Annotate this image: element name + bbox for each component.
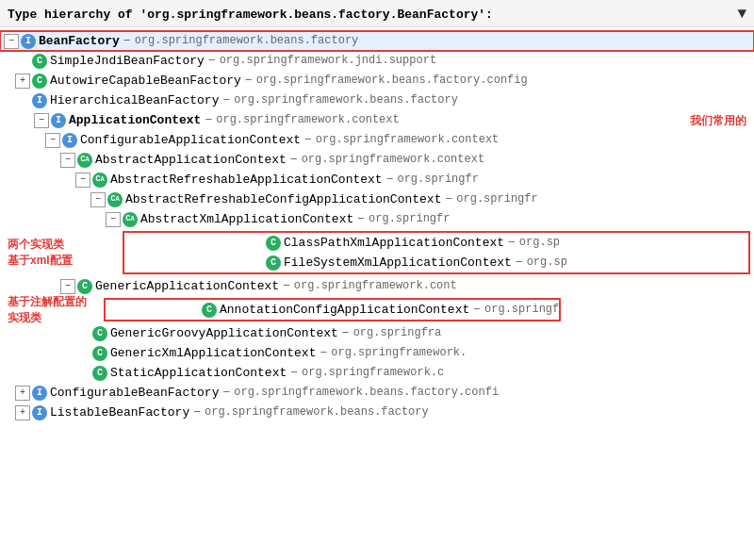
icon-abstract-refreshable-config: CA xyxy=(107,192,123,207)
annotation-annotation-impl: 基于注解配置的实现类 xyxy=(8,294,87,326)
expand-autowire[interactable]: + xyxy=(15,74,30,89)
tree-row-appcontext-wrapper: − I ApplicationContext − org.springframe… xyxy=(0,110,754,130)
expand-abstract-xml[interactable]: − xyxy=(106,212,121,227)
annotation-common-use: 我们常用的 xyxy=(690,112,746,128)
icon-generic-groovy: C xyxy=(92,326,107,341)
classname-bean-factory: BeanFactory xyxy=(39,32,120,50)
package-hierarchical: org.springframework.beans.factory xyxy=(234,91,458,109)
package-configurable-app: org.springframework.context xyxy=(316,131,499,149)
classname-abstract-refreshable-config: AbstractRefreshableConfigApplicationCont… xyxy=(125,190,441,208)
annotation-two-impl: 两个实现类基于xml配置 xyxy=(8,237,73,269)
icon-static-app: C xyxy=(92,366,107,381)
tree-row-bean-factory: − I BeanFactory − org.springframework.be… xyxy=(0,31,754,51)
classname-abstract-xml: AbstractXmlApplicationContext xyxy=(140,210,353,228)
tree-row-abstract-xml: − CA AbstractXmlApplicationContext − org… xyxy=(0,209,754,229)
tree-row-annotation-config: C AnnotationConfigApplicationContext − o… xyxy=(106,300,559,320)
expand-generic-app[interactable]: − xyxy=(60,279,75,294)
classname-classpath-xml: ClassPathXmlApplicationContext xyxy=(284,234,504,252)
icon-generic-xml: C xyxy=(92,346,107,361)
tree-row-listable-bean: + I ListableBeanFactory − org.springfram… xyxy=(0,403,754,422)
collapse-arrow[interactable]: ▼ xyxy=(737,6,746,23)
classname-simple-jndi: SimpleJndiBeanFactory xyxy=(50,52,205,70)
classname-configurable-app: ConfigurableApplicationContext xyxy=(80,131,301,149)
package-generic-xml: org.springframework. xyxy=(331,344,467,362)
type-hierarchy-panel: Type hierarchy of 'org.springframework.b… xyxy=(0,0,754,546)
classname-appcontext: ApplicationContext xyxy=(69,111,201,129)
tree-row-abstract-refreshable: − CA AbstractRefreshableApplicationConte… xyxy=(0,170,754,189)
icon-abstract-app: CA xyxy=(77,153,92,168)
icon-listable-bean: I xyxy=(32,405,47,420)
classname-autowire: AutowireCapableBeanFactory xyxy=(50,72,241,90)
tree-row-simple-jndi: C SimpleJndiBeanFactory − org.springfram… xyxy=(0,51,754,71)
package-abstract-xml: org.springfr xyxy=(369,210,450,228)
classname-listable-bean: ListableBeanFactory xyxy=(50,404,189,421)
annotation-xml-container: 两个实现类基于xml配置 xyxy=(8,229,73,276)
classname-abstract-app: AbstractApplicationContext xyxy=(95,151,287,169)
tree-row-filesystem-xml: C FileSystemXmlApplicationContext − org.… xyxy=(124,253,748,272)
tree-row-abstract-refreshable-config: − CA AbstractRefreshableConfigApplicatio… xyxy=(0,189,754,209)
icon-bean-factory: I xyxy=(21,34,36,49)
classname-annotation-config: AnnotationConfigApplicationContext xyxy=(220,301,469,319)
expand-bean-factory[interactable]: − xyxy=(4,34,19,49)
expand-appcontext[interactable]: − xyxy=(34,113,49,128)
expand-listable-bean[interactable]: + xyxy=(15,405,30,420)
tree-row-configurable-bean: + I ConfigurableBeanFactory − org.spring… xyxy=(0,383,754,403)
classname-configurable-bean: ConfigurableBeanFactory xyxy=(50,384,219,402)
package-autowire: org.springframework.beans.factory.config xyxy=(256,72,528,90)
package-bean-factory: org.springframework.beans.factory xyxy=(135,32,359,50)
expand-configurable-app[interactable]: − xyxy=(45,133,60,148)
classname-generic-groovy: GenericGroovyApplicationContext xyxy=(110,324,338,342)
annotation-impl-container: 基于注解配置的实现类 xyxy=(8,296,87,323)
classname-generic-xml: GenericXmlApplicationContext xyxy=(110,344,316,362)
icon-abstract-xml: CA xyxy=(123,212,138,227)
classname-abstract-refreshable: AbstractRefreshableApplicationContext xyxy=(110,171,383,189)
icon-autowire: C xyxy=(32,74,47,89)
package-classpath-xml: org.sp xyxy=(519,234,560,252)
tree-row-static-app: C StaticApplicationContext − org.springf… xyxy=(0,363,754,383)
panel-header: Type hierarchy of 'org.springframework.b… xyxy=(0,0,754,27)
icon-configurable-app: I xyxy=(62,133,77,148)
package-annotation-config: org.springf xyxy=(484,301,559,319)
package-listable-bean: org.springframework.beans.factory xyxy=(205,404,429,421)
package-appcontext: org.springframework.context xyxy=(216,111,399,129)
panel-title: Type hierarchy of 'org.springframework.b… xyxy=(8,8,493,22)
package-abstract-refreshable-config: org.springfr xyxy=(456,190,537,208)
icon-generic-app: C xyxy=(77,279,92,294)
annotation-group-container: 基于注解配置的实现类 C AnnotationConfigApplication… xyxy=(0,296,754,323)
package-generic-app: org.springframework.cont xyxy=(294,277,457,295)
icon-abstract-refreshable: CA xyxy=(92,173,107,188)
package-generic-groovy: org.springfra xyxy=(353,324,442,342)
expand-abstract-refreshable-config[interactable]: − xyxy=(90,192,106,207)
tree-container: − I BeanFactory − org.springframework.be… xyxy=(0,27,754,546)
icon-appcontext: I xyxy=(51,113,66,128)
classname-hierarchical: HierarchicalBeanFactory xyxy=(50,91,219,109)
classname-static-app: StaticApplicationContext xyxy=(110,364,287,382)
package-simple-jndi: org.springframework.jndi.support xyxy=(220,52,436,70)
xml-group-box: C ClassPathXmlApplicationContext − org.s… xyxy=(123,231,750,274)
icon-configurable-bean: I xyxy=(32,386,47,401)
tree-row-generic-app: − C GenericApplicationContext − org.spri… xyxy=(0,276,754,296)
annotation-group-box: C AnnotationConfigApplicationContext − o… xyxy=(104,298,561,321)
icon-simple-jndi: C xyxy=(32,54,47,69)
icon-filesystem-xml: C xyxy=(266,255,281,271)
expand-abstract-refreshable[interactable]: − xyxy=(75,173,90,188)
classname-generic-app: GenericApplicationContext xyxy=(95,277,279,295)
tree-row-abstract-app: − CA AbstractApplicationContext − org.sp… xyxy=(0,150,754,170)
package-filesystem-xml: org.sp xyxy=(527,254,567,272)
icon-hierarchical: I xyxy=(32,93,47,108)
expand-abstract-app[interactable]: − xyxy=(60,153,75,168)
classname-filesystem-xml: FileSystemXmlApplicationContext xyxy=(284,254,512,272)
package-configurable-bean: org.springframework.beans.factory.confi xyxy=(234,384,499,402)
tree-row-classpath-xml: C ClassPathXmlApplicationContext − org.s… xyxy=(124,233,748,253)
tree-row-autowire: + C AutowireCapableBeanFactory − org.spr… xyxy=(0,71,754,91)
tree-row-configurable-app: − I ConfigurableApplicationContext − org… xyxy=(0,130,754,150)
icon-annotation-config: C xyxy=(202,303,217,318)
tree-row-hierarchical: I HierarchicalBeanFactory − org.springfr… xyxy=(0,91,754,110)
tree-row-generic-xml: C GenericXmlApplicationContext − org.spr… xyxy=(0,343,754,363)
icon-classpath-xml: C xyxy=(266,236,281,251)
xml-group-container: 两个实现类基于xml配置 C ClassPathXmlApplicationCo… xyxy=(0,229,754,276)
package-abstract-app: org.springframework.context xyxy=(302,151,484,169)
expand-configurable-bean[interactable]: + xyxy=(15,386,30,401)
tree-row-generic-groovy: C GenericGroovyApplicationContext − org.… xyxy=(0,323,754,343)
package-abstract-refreshable: org.springfr xyxy=(397,171,478,189)
